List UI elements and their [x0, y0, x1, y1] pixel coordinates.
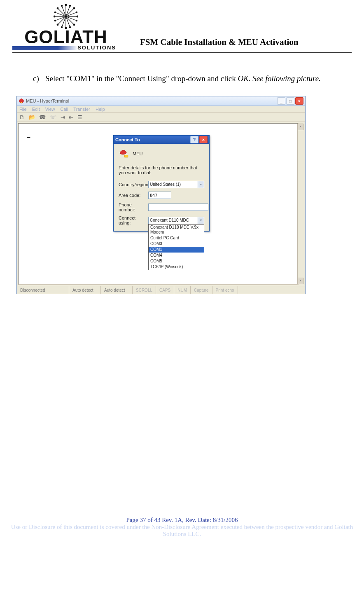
svg-point-18 [54, 16, 55, 17]
svg-rect-33 [21, 102, 22, 103]
svg-point-21 [73, 7, 75, 9]
svg-point-27 [76, 12, 77, 13]
hyperterminal-window: MEU - HyperTerminal _ □ × File Edit View… [16, 96, 306, 294]
step-text-b: See following picture. [251, 74, 321, 83]
logo-star-icon [54, 4, 78, 29]
svg-point-26 [54, 12, 56, 13]
footer-page-info: Page 37 of 43 Rev. 1A, Rev. Date: 8/31/2… [4, 517, 360, 524]
scroll-up-icon[interactable]: ▴ [298, 124, 303, 130]
toolbar-call-icon[interactable]: ☎ [39, 114, 46, 120]
terminal-container: _ ▴ ▾ Connect To ? × [17, 122, 305, 286]
status-detect1: Auto detect [69, 286, 101, 294]
status-scroll: SCROLL [133, 286, 156, 294]
scrollbar[interactable]: ▴ ▾ [297, 124, 303, 284]
menu-view[interactable]: View [45, 107, 55, 112]
connection-icon [119, 148, 130, 159]
status-bar: Disconnected Auto detect Auto detect SCR… [17, 286, 305, 294]
svg-line-6 [58, 16, 66, 25]
minimize-button[interactable]: _ [277, 97, 285, 105]
svg-rect-34 [124, 155, 128, 157]
menu-transfer[interactable]: Transfer [73, 107, 90, 112]
svg-point-30 [61, 26, 62, 28]
maximize-button[interactable]: □ [286, 97, 294, 105]
step-text-a: Select "COM1" in the "Connect Using" dro… [45, 74, 238, 83]
status-capture: Capture [191, 286, 212, 294]
toolbar-open-icon[interactable]: 📂 [29, 114, 35, 120]
terminal-area[interactable]: _ ▴ ▾ Connect To ? × [18, 123, 299, 285]
connect-using-dropdown[interactable]: Conexant D110 MDC V.9x ModemCuritel PC C… [148, 224, 204, 270]
dialog-body: MEU Enter details for the phone number t… [114, 144, 209, 231]
toolbar-receive-icon[interactable]: ⇤ [69, 114, 73, 120]
step-text: Select "COM1" in the "Connect Using" dro… [45, 73, 321, 84]
svg-point-23 [73, 24, 75, 26]
toolbar-hangup-icon[interactable]: ☏ [50, 114, 56, 120]
connect-using-label: Connect using: [119, 215, 148, 225]
svg-point-31 [69, 26, 70, 28]
status-caps: CAPS [156, 286, 174, 294]
header-divider [12, 52, 352, 53]
chevron-down-icon: ▾ [198, 217, 204, 224]
step-marker: c) [33, 73, 45, 84]
svg-point-17 [65, 27, 67, 29]
country-select[interactable]: United States (1) ▾ [148, 181, 204, 188]
country-label: Country/region: [119, 182, 148, 187]
status-spacer [238, 286, 305, 294]
dialog-connection-row: MEU [119, 148, 204, 159]
status-num: NUM [174, 286, 191, 294]
logo-text: GOLIATH [12, 29, 119, 45]
toolbar-send-icon[interactable]: ⇥ [61, 114, 65, 120]
page-header: GOLIATH SOLUTIONS FSM Cable Installation… [0, 0, 364, 51]
menu-call[interactable]: Call [61, 107, 68, 112]
menu-bar: File Edit View Call Transfer Help [17, 106, 305, 112]
area-code-label: Area code: [119, 193, 148, 198]
phone-number-input[interactable] [148, 204, 208, 211]
dropdown-option[interactable]: Conexant D110 MDC V.9x Modem [149, 225, 204, 235]
window-titlebar[interactable]: MEU - HyperTerminal _ □ × [17, 96, 305, 106]
svg-line-5 [66, 8, 74, 16]
dialog-title: Connect To [115, 137, 189, 142]
svg-point-20 [57, 7, 58, 9]
toolbar: 🗋 📂 ☎ ☏ ⇥ ⇤ ☰ [17, 112, 305, 122]
svg-line-7 [66, 16, 74, 25]
svg-point-29 [76, 20, 77, 21]
menu-file[interactable]: File [19, 107, 27, 112]
svg-line-4 [58, 8, 66, 16]
scroll-down-icon[interactable]: ▾ [298, 278, 303, 284]
country-value: United States (1) [150, 182, 181, 187]
app-icon [19, 98, 24, 104]
dropdown-option[interactable]: COM1 [149, 247, 204, 253]
toolbar-props-icon[interactable]: ☰ [77, 114, 82, 120]
toolbar-new-icon[interactable]: 🗋 [19, 114, 25, 120]
area-code-input[interactable] [148, 192, 171, 199]
dropdown-option[interactable]: TCP/IP (Winsock) [149, 264, 204, 270]
instruction-step: c) Select "COM1" in the "Connect Using" … [0, 65, 364, 92]
chevron-down-icon: ▾ [198, 181, 204, 188]
svg-point-19 [77, 16, 78, 17]
status-connection: Disconnected [17, 286, 69, 294]
document-title: FSM Cable Installation & MEU Activation [119, 37, 352, 51]
step-ok: OK. [238, 74, 250, 83]
dropdown-option[interactable]: COM5 [149, 258, 204, 264]
dropdown-option[interactable]: COM3 [149, 241, 204, 247]
page-footer: Page 37 of 43 Rev. 1A, Rev. Date: 8/31/2… [0, 517, 364, 546]
phone-number-label: Phone number: [119, 202, 148, 212]
connect-using-select[interactable]: Conexant D110 MDC V.9x Modem ▾ [148, 217, 204, 224]
svg-point-16 [65, 4, 67, 6]
terminal-cursor: _ [27, 131, 30, 138]
dialog-titlebar[interactable]: Connect To ? × [114, 136, 209, 144]
menu-help[interactable]: Help [96, 107, 105, 112]
svg-point-22 [57, 24, 58, 26]
svg-point-28 [54, 20, 56, 21]
svg-point-25 [69, 5, 70, 6]
dropdown-option[interactable]: COM4 [149, 253, 204, 258]
dialog-close-button[interactable]: × [199, 136, 208, 143]
connect-to-dialog: Connect To ? × MEU Enter details for the… [113, 135, 210, 232]
dialog-help-button[interactable]: ? [190, 136, 198, 143]
footer-nda: Use or Disclosure of this document is co… [4, 524, 360, 538]
dropdown-option[interactable]: Curitel PC Card [149, 235, 204, 241]
close-button[interactable]: × [295, 97, 303, 105]
window-title: MEU - HyperTerminal [26, 98, 276, 103]
connection-name: MEU [133, 151, 142, 156]
menu-edit[interactable]: Edit [32, 107, 40, 112]
status-detect2: Auto detect [101, 286, 133, 294]
